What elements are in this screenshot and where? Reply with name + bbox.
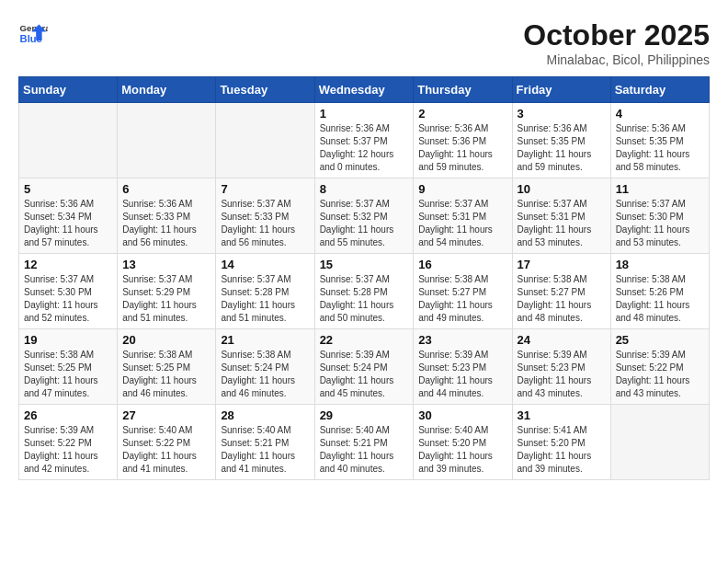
location-subtitle: Minalabac, Bicol, Philippines xyxy=(523,52,710,67)
calendar-cell: 26Sunrise: 5:39 AM Sunset: 5:22 PM Dayli… xyxy=(19,405,118,480)
day-number: 26 xyxy=(24,408,112,422)
calendar-cell: 11Sunrise: 5:37 AM Sunset: 5:30 PM Dayli… xyxy=(610,178,709,254)
calendar-cell: 23Sunrise: 5:39 AM Sunset: 5:23 PM Dayli… xyxy=(414,329,512,405)
day-info: Sunrise: 5:39 AM Sunset: 5:23 PM Dayligh… xyxy=(418,349,506,400)
page-header: General Blue October 2025 Minalabac, Bic… xyxy=(18,18,710,67)
calendar-cell: 28Sunrise: 5:40 AM Sunset: 5:21 PM Dayli… xyxy=(216,405,314,480)
day-number: 12 xyxy=(24,258,112,271)
day-info: Sunrise: 5:40 AM Sunset: 5:21 PM Dayligh… xyxy=(221,424,309,476)
day-number: 10 xyxy=(518,182,606,196)
weekday-header-friday: Friday xyxy=(512,77,610,103)
day-info: Sunrise: 5:36 AM Sunset: 5:37 PM Dayligh… xyxy=(320,122,409,174)
weekday-header-monday: Monday xyxy=(118,77,216,103)
logo-icon: General Blue xyxy=(18,18,48,48)
day-number: 20 xyxy=(122,333,210,347)
title-block: October 2025 Minalabac, Bicol, Philippin… xyxy=(523,18,710,67)
day-info: Sunrise: 5:38 AM Sunset: 5:25 PM Dayligh… xyxy=(24,349,112,400)
day-info: Sunrise: 5:37 AM Sunset: 5:32 PM Dayligh… xyxy=(320,198,409,249)
day-number: 29 xyxy=(320,408,409,422)
day-number: 6 xyxy=(122,182,210,196)
weekday-header-row: SundayMondayTuesdayWednesdayThursdayFrid… xyxy=(19,77,710,103)
calendar-cell: 6Sunrise: 5:36 AM Sunset: 5:33 PM Daylig… xyxy=(118,178,216,254)
day-number: 16 xyxy=(418,258,506,271)
day-info: Sunrise: 5:36 AM Sunset: 5:34 PM Dayligh… xyxy=(24,198,112,249)
day-info: Sunrise: 5:36 AM Sunset: 5:35 PM Dayligh… xyxy=(616,122,704,174)
week-row-3: 12Sunrise: 5:37 AM Sunset: 5:30 PM Dayli… xyxy=(19,254,710,329)
calendar-cell: 30Sunrise: 5:40 AM Sunset: 5:20 PM Dayli… xyxy=(414,405,512,480)
day-info: Sunrise: 5:37 AM Sunset: 5:29 PM Dayligh… xyxy=(122,273,210,325)
calendar-cell: 3Sunrise: 5:36 AM Sunset: 5:35 PM Daylig… xyxy=(512,103,610,178)
calendar-cell: 18Sunrise: 5:38 AM Sunset: 5:26 PM Dayli… xyxy=(610,254,709,329)
day-number: 21 xyxy=(221,333,309,347)
calendar-cell: 17Sunrise: 5:38 AM Sunset: 5:27 PM Dayli… xyxy=(512,254,610,329)
week-row-1: 1Sunrise: 5:36 AM Sunset: 5:37 PM Daylig… xyxy=(19,103,710,178)
day-info: Sunrise: 5:37 AM Sunset: 5:30 PM Dayligh… xyxy=(616,198,704,249)
day-info: Sunrise: 5:37 AM Sunset: 5:33 PM Dayligh… xyxy=(221,198,309,249)
calendar-cell: 29Sunrise: 5:40 AM Sunset: 5:21 PM Dayli… xyxy=(314,405,414,480)
calendar-cell: 8Sunrise: 5:37 AM Sunset: 5:32 PM Daylig… xyxy=(314,178,414,254)
month-title: October 2025 xyxy=(523,18,710,52)
day-info: Sunrise: 5:36 AM Sunset: 5:35 PM Dayligh… xyxy=(518,122,606,174)
weekday-header-tuesday: Tuesday xyxy=(216,77,314,103)
calendar-cell: 25Sunrise: 5:39 AM Sunset: 5:22 PM Dayli… xyxy=(610,329,709,405)
day-info: Sunrise: 5:40 AM Sunset: 5:22 PM Dayligh… xyxy=(122,424,210,476)
day-number: 9 xyxy=(418,182,506,196)
calendar-cell xyxy=(118,103,216,178)
week-row-4: 19Sunrise: 5:38 AM Sunset: 5:25 PM Dayli… xyxy=(19,329,710,405)
day-info: Sunrise: 5:36 AM Sunset: 5:36 PM Dayligh… xyxy=(418,122,506,174)
svg-text:General: General xyxy=(20,23,48,33)
day-info: Sunrise: 5:38 AM Sunset: 5:26 PM Dayligh… xyxy=(616,273,704,325)
day-info: Sunrise: 5:39 AM Sunset: 5:22 PM Dayligh… xyxy=(616,349,704,400)
day-info: Sunrise: 5:36 AM Sunset: 5:33 PM Dayligh… xyxy=(122,198,210,249)
day-info: Sunrise: 5:39 AM Sunset: 5:24 PM Dayligh… xyxy=(320,349,409,400)
day-number: 31 xyxy=(518,408,606,422)
day-number: 19 xyxy=(24,333,112,347)
calendar-cell: 21Sunrise: 5:38 AM Sunset: 5:24 PM Dayli… xyxy=(216,329,314,405)
day-info: Sunrise: 5:37 AM Sunset: 5:28 PM Dayligh… xyxy=(320,273,409,325)
day-number: 5 xyxy=(24,182,112,196)
calendar-cell xyxy=(19,103,118,178)
day-info: Sunrise: 5:38 AM Sunset: 5:24 PM Dayligh… xyxy=(221,349,309,400)
weekday-header-thursday: Thursday xyxy=(414,77,512,103)
calendar-cell: 7Sunrise: 5:37 AM Sunset: 5:33 PM Daylig… xyxy=(216,178,314,254)
day-number: 23 xyxy=(418,333,506,347)
weekday-header-saturday: Saturday xyxy=(610,77,709,103)
day-number: 11 xyxy=(616,182,704,196)
day-info: Sunrise: 5:39 AM Sunset: 5:22 PM Dayligh… xyxy=(24,424,112,476)
calendar-cell: 2Sunrise: 5:36 AM Sunset: 5:36 PM Daylig… xyxy=(414,103,512,178)
weekday-header-sunday: Sunday xyxy=(19,77,118,103)
day-number: 13 xyxy=(122,258,210,271)
week-row-2: 5Sunrise: 5:36 AM Sunset: 5:34 PM Daylig… xyxy=(19,178,710,254)
calendar-cell: 31Sunrise: 5:41 AM Sunset: 5:20 PM Dayli… xyxy=(512,405,610,480)
calendar-table: SundayMondayTuesdayWednesdayThursdayFrid… xyxy=(18,76,710,480)
calendar-cell: 13Sunrise: 5:37 AM Sunset: 5:29 PM Dayli… xyxy=(118,254,216,329)
calendar-cell: 5Sunrise: 5:36 AM Sunset: 5:34 PM Daylig… xyxy=(19,178,118,254)
day-info: Sunrise: 5:37 AM Sunset: 5:28 PM Dayligh… xyxy=(221,273,309,325)
day-number: 2 xyxy=(418,107,506,121)
calendar-cell xyxy=(216,103,314,178)
day-number: 22 xyxy=(320,333,409,347)
calendar-cell: 20Sunrise: 5:38 AM Sunset: 5:25 PM Dayli… xyxy=(118,329,216,405)
day-info: Sunrise: 5:38 AM Sunset: 5:27 PM Dayligh… xyxy=(518,273,606,325)
day-number: 4 xyxy=(616,107,704,121)
calendar-cell: 24Sunrise: 5:39 AM Sunset: 5:23 PM Dayli… xyxy=(512,329,610,405)
day-info: Sunrise: 5:37 AM Sunset: 5:31 PM Dayligh… xyxy=(418,198,506,249)
day-info: Sunrise: 5:38 AM Sunset: 5:25 PM Dayligh… xyxy=(122,349,210,400)
day-number: 17 xyxy=(518,258,606,271)
day-info: Sunrise: 5:40 AM Sunset: 5:20 PM Dayligh… xyxy=(418,424,506,476)
week-row-5: 26Sunrise: 5:39 AM Sunset: 5:22 PM Dayli… xyxy=(19,405,710,480)
calendar-cell: 27Sunrise: 5:40 AM Sunset: 5:22 PM Dayli… xyxy=(118,405,216,480)
day-info: Sunrise: 5:37 AM Sunset: 5:30 PM Dayligh… xyxy=(24,273,112,325)
day-info: Sunrise: 5:38 AM Sunset: 5:27 PM Dayligh… xyxy=(418,273,506,325)
day-number: 14 xyxy=(221,258,309,271)
day-info: Sunrise: 5:39 AM Sunset: 5:23 PM Dayligh… xyxy=(518,349,606,400)
day-number: 28 xyxy=(221,408,309,422)
logo: General Blue xyxy=(18,18,48,48)
day-number: 3 xyxy=(518,107,606,121)
calendar-cell: 15Sunrise: 5:37 AM Sunset: 5:28 PM Dayli… xyxy=(314,254,414,329)
calendar-cell: 1Sunrise: 5:36 AM Sunset: 5:37 PM Daylig… xyxy=(314,103,414,178)
day-info: Sunrise: 5:40 AM Sunset: 5:21 PM Dayligh… xyxy=(320,424,409,476)
calendar-cell: 16Sunrise: 5:38 AM Sunset: 5:27 PM Dayli… xyxy=(414,254,512,329)
day-info: Sunrise: 5:37 AM Sunset: 5:31 PM Dayligh… xyxy=(518,198,606,249)
day-number: 15 xyxy=(320,258,409,271)
